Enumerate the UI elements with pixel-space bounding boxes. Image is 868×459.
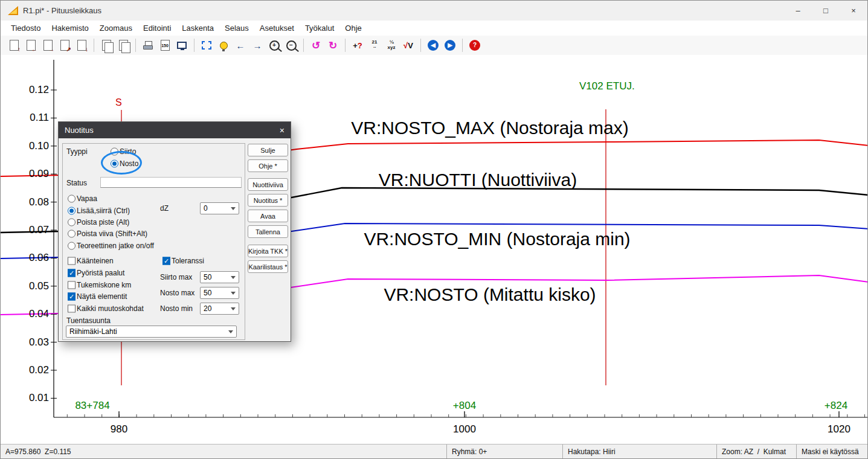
checkbox-kaanteinen-label: Käänteinen bbox=[77, 257, 114, 265]
kirjoita-tkk-button[interactable]: Kirjoita TKK * bbox=[248, 245, 288, 257]
print-scale-150-icon[interactable]: 150 bbox=[157, 37, 173, 53]
menu-item-asetukset[interactable]: Asetukset bbox=[254, 22, 300, 34]
zoom-out-icon[interactable]: − bbox=[283, 37, 299, 53]
doc-tool-3-icon[interactable]: → bbox=[40, 37, 56, 53]
radio-poista-piste-label: Poista piste (Alt) bbox=[77, 218, 129, 226]
ryhma-status: Ryhmä: 0+ bbox=[446, 445, 562, 458]
ohje-button[interactable]: Ohje * bbox=[248, 159, 288, 172]
point-numbers-icon[interactable]: 21∙∙ bbox=[367, 37, 382, 53]
checkbox-nayta-elementit[interactable] bbox=[68, 293, 76, 301]
menu-item-selaus[interactable]: Selaus bbox=[219, 22, 254, 34]
checkbox-kaanteinen[interactable] bbox=[68, 257, 76, 265]
checkbox-toleranssi[interactable] bbox=[162, 257, 170, 265]
toolbar: ↑←→↗↓150←→+−↺↻+?21∙∙¼xyz√V◀▶? bbox=[1, 36, 867, 56]
radio-siirto[interactable] bbox=[111, 148, 118, 156]
tuentasuunta-label: Tuentasuunta bbox=[66, 316, 111, 325]
station-label: +824 bbox=[825, 400, 847, 412]
radio-nosto[interactable] bbox=[111, 160, 118, 168]
minimize-icon[interactable]: – bbox=[784, 1, 812, 21]
doc-tool-5-icon[interactable]: ↓ bbox=[74, 37, 89, 53]
xyz-coords-icon[interactable]: ¼xyz bbox=[384, 37, 399, 53]
checkbox-pyorista-paalut-label: Pyöristä paalut bbox=[77, 269, 124, 277]
pan-left-icon[interactable]: ← bbox=[233, 37, 248, 53]
x-axis-label: 1020 bbox=[828, 423, 850, 435]
y-axis-label: 0.01 bbox=[13, 392, 49, 404]
radio-poista-viiva[interactable] bbox=[68, 230, 76, 238]
checkbox-kaikki-muutoskohdat[interactable] bbox=[68, 305, 76, 313]
radio-nosto-label: Nosto bbox=[120, 159, 138, 168]
dialog-title: Nuotitus bbox=[65, 126, 94, 135]
sulje-button[interactable]: Sulje bbox=[248, 144, 288, 156]
doc-tool-2-icon[interactable]: ← bbox=[23, 37, 39, 53]
siirto-max-value: 50 bbox=[204, 273, 211, 281]
y-axis-label: 0.04 bbox=[13, 308, 49, 320]
nuottiviiva-button[interactable]: Nuottiviiva bbox=[248, 178, 288, 191]
menu-item-editointi[interactable]: Editointi bbox=[138, 22, 176, 34]
menu-item-ohje[interactable]: Ohje bbox=[339, 22, 367, 34]
application-window: R1.pi* - Pituusleikkaus – □ × Tiedosto H… bbox=[0, 0, 868, 459]
checkbox-toleranssi-label: Toleranssi bbox=[172, 257, 204, 265]
dialog-close-icon[interactable]: × bbox=[271, 126, 285, 135]
tallenna-button[interactable]: Tallenna bbox=[248, 225, 288, 238]
radio-poista-viiva-label: Poista viiva (Shift+Alt) bbox=[77, 230, 147, 238]
query-point-icon[interactable]: +? bbox=[350, 37, 365, 53]
zoom-fit-icon[interactable] bbox=[199, 37, 214, 53]
maximize-icon[interactable]: □ bbox=[812, 1, 840, 21]
radio-lisaa-siirra[interactable] bbox=[68, 207, 76, 215]
close-icon[interactable]: × bbox=[840, 1, 867, 21]
y-axis-label: 0.06 bbox=[13, 252, 49, 264]
help-icon[interactable]: ? bbox=[467, 37, 483, 53]
radio-poista-piste[interactable] bbox=[68, 219, 76, 226]
toolbar-separator bbox=[135, 39, 136, 52]
step-prev-icon[interactable]: ◀ bbox=[425, 37, 441, 53]
radio-teoreettinen-jatke[interactable] bbox=[68, 242, 76, 250]
y-axis-label: 0.10 bbox=[13, 140, 49, 152]
doc-tool-1-icon[interactable]: ↑ bbox=[6, 37, 22, 53]
avaa-button[interactable]: Avaa bbox=[248, 210, 288, 222]
siirto-max-select[interactable]: 50 bbox=[200, 271, 239, 283]
screen-layout-icon[interactable] bbox=[174, 37, 190, 53]
siirto-max-label: Siirto max bbox=[160, 273, 192, 281]
chevron-down-icon bbox=[228, 330, 233, 333]
copy-icon[interactable] bbox=[98, 37, 114, 53]
redraw-icon[interactable] bbox=[216, 37, 231, 53]
step-next-icon[interactable]: ▶ bbox=[442, 37, 458, 53]
paste-icon[interactable] bbox=[115, 37, 131, 53]
menu-item-laskenta[interactable]: Laskenta bbox=[176, 22, 219, 34]
menu-item-zoomaus[interactable]: Zoomaus bbox=[94, 22, 138, 34]
chevron-down-icon bbox=[231, 292, 236, 295]
nosto-max-select[interactable]: 50 bbox=[200, 287, 239, 299]
series-label-nuotti: VR:NUOTTI (Nuottiviiva) bbox=[379, 170, 577, 190]
pan-right-icon[interactable]: → bbox=[249, 37, 265, 53]
kaarilistaus-button[interactable]: Kaarilistaus * bbox=[248, 260, 288, 273]
y-axis-label: 0.08 bbox=[13, 196, 49, 208]
check-v-icon[interactable]: √V bbox=[400, 37, 416, 53]
x-axis-label: 1000 bbox=[453, 423, 476, 435]
menu-item-tiedosto[interactable]: Tiedosto bbox=[5, 22, 46, 34]
undo-icon[interactable]: ↺ bbox=[308, 37, 324, 53]
checkbox-pyorista-paalut[interactable] bbox=[68, 269, 76, 277]
y-axis-label: 0.03 bbox=[13, 336, 49, 348]
nuotitus-button[interactable]: Nuotitus * bbox=[248, 194, 288, 207]
checkbox-tukemiskone-km[interactable] bbox=[68, 281, 76, 289]
y-axis-label: 0.09 bbox=[13, 168, 49, 180]
dialog-titlebar[interactable]: Nuotitus × bbox=[59, 122, 291, 138]
nosto-min-select[interactable]: 20 bbox=[200, 303, 239, 315]
y-axis-label: 0.02 bbox=[13, 364, 49, 376]
menu-item-hakemisto[interactable]: Hakemisto bbox=[46, 22, 94, 34]
toolbar-separator bbox=[194, 39, 194, 52]
tuentasuunta-select[interactable]: Riihimäki-Lahti bbox=[66, 326, 237, 338]
toolbar-separator bbox=[420, 39, 421, 52]
menu-item-tyokalut[interactable]: Työkalut bbox=[300, 22, 339, 34]
app-icon[interactable] bbox=[8, 6, 18, 15]
print-icon[interactable] bbox=[140, 37, 156, 53]
chevron-down-icon bbox=[231, 207, 236, 210]
dz-select[interactable]: 0 bbox=[200, 202, 239, 214]
radio-vapaa[interactable] bbox=[68, 195, 76, 203]
zoom-in-icon[interactable]: + bbox=[266, 37, 282, 53]
status-input[interactable] bbox=[100, 177, 242, 188]
redo-icon[interactable]: ↻ bbox=[325, 37, 341, 53]
doc-tool-4-icon[interactable]: ↗ bbox=[57, 37, 72, 53]
station-label: +804 bbox=[453, 400, 476, 412]
y-axis-label: 0.07 bbox=[13, 224, 49, 236]
